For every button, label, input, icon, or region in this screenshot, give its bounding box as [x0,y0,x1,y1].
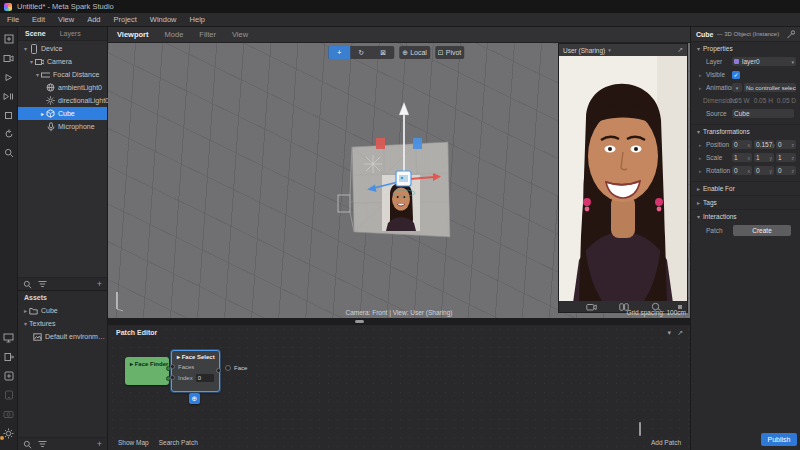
preview-source-label[interactable]: User (Sharing) [563,47,605,54]
restart-icon[interactable] [3,128,15,140]
patch-connector-icon[interactable]: ▸ [699,85,706,91]
caret-down-icon[interactable]: ▾ [22,45,29,52]
camera-preview-header[interactable]: User (Sharing) ▾ ↗ [559,44,687,56]
show-map-button[interactable]: Show Map [118,439,149,446]
pivot-button[interactable]: ⊡ Pivot [435,46,464,59]
viewport-menu-viewport[interactable]: Viewport [117,30,149,39]
rotation-y-field[interactable]: 0y [754,166,774,175]
export-icon[interactable] [3,332,15,344]
add-object-icon[interactable] [3,33,15,45]
rotation-x-field[interactable]: 0x [732,166,752,175]
position-z-field[interactable]: 0z [776,140,796,149]
send-to-device-icon[interactable] [3,351,15,363]
section-properties[interactable]: ▾ Properties [691,42,800,55]
source-field[interactable]: Cube [732,109,794,118]
viewport-menu-view[interactable]: View [232,30,248,39]
patch-connector-icon[interactable]: ▸ [699,72,706,78]
asset-item-default-environment[interactable]: Default environment textu... [18,330,107,343]
output-port-face[interactable] [216,368,221,373]
patch-connector-icon[interactable]: ▸ [699,168,706,174]
menu-edit[interactable]: Edit [32,15,45,24]
section-transformations[interactable]: ▾ Transformations [691,124,800,138]
patch-connector-icon[interactable]: ▸ [699,155,706,161]
rotation-z-field[interactable]: 0z [776,166,796,175]
animation-controller-dropdown[interactable]: No controller select... [744,83,796,92]
input-port-faces[interactable] [170,364,175,369]
caret-down-icon[interactable]: ▾ [28,58,35,65]
position-y-field[interactable]: 0.157y [754,140,774,149]
menu-file[interactable]: File [7,15,19,24]
tab-layers[interactable]: Layers [53,30,88,37]
add-patch-button[interactable]: Add Patch [651,439,681,446]
filter-icon[interactable] [38,440,47,448]
add-asset-button[interactable]: + [97,439,102,449]
section-interactions[interactable]: ▾ Interactions [691,209,800,223]
patch-info-badge[interactable]: ⊕ [189,393,200,404]
playback-clips-icon[interactable] [3,90,15,102]
patch-node-face-select[interactable]: ▸ Face Select Faces Index 0 [171,350,220,392]
menu-add[interactable]: Add [87,15,100,24]
patch-editor[interactable]: Patch Editor ▾ ↗ ▸ Face Finder ▸ Face Se… [108,325,690,450]
tree-item-focal-distance[interactable]: ▾ Focal Distance [18,68,107,81]
panel-resize-divider[interactable] [108,318,690,325]
create-patch-button[interactable]: Create [733,225,791,236]
tree-item-ambient-light[interactable]: ambientLight0 [18,81,107,94]
scale-tool-button[interactable]: ⊠ [372,46,394,59]
tree-item-microphone[interactable]: Microphone [18,120,107,133]
menu-project[interactable]: Project [114,15,137,24]
index-value-field[interactable]: 0 [196,374,214,382]
asset-item-cube[interactable]: ▸ Cube [18,304,107,317]
publish-button[interactable]: Publish [761,433,797,446]
menu-help[interactable]: Help [190,15,205,24]
tree-item-camera[interactable]: ▾ Camera [18,55,107,68]
expand-panel-icon[interactable]: ↗ [677,329,683,337]
patch-connector-icon[interactable]: ▸ [699,142,706,148]
tree-item-directional-light[interactable]: directionalLight0 [18,94,107,107]
stop-icon[interactable] [3,109,15,121]
search-scene-icon[interactable] [3,147,15,159]
scale-z-field[interactable]: 1z [776,153,796,162]
test-device-icon[interactable] [3,389,15,401]
play-icon[interactable] [3,71,15,83]
caret-right-icon[interactable]: ▸ [39,110,46,117]
patch-node-face-finder[interactable]: ▸ Face Finder [125,357,169,385]
position-x-field[interactable]: 0x [732,140,752,149]
section-enable-for[interactable]: ▸ Enable For [691,181,800,195]
viewport-menu-mode[interactable]: Mode [165,30,184,39]
patch-editor-scrollbar[interactable] [639,422,641,436]
input-port-index[interactable] [170,375,175,380]
asset-item-textures[interactable]: ▾ Textures [18,317,107,330]
camera-view-icon[interactable] [3,52,15,64]
local-space-button[interactable]: ⊕ Local [399,46,430,59]
divider-handle[interactable] [355,320,364,323]
filter-icon[interactable] [38,280,47,288]
viewport-canvas[interactable]: + ↻ ⊠ ⊕ Local ⊡ Pivot User (Sharing) [108,43,690,318]
scale-y-field[interactable]: 1y [754,153,774,162]
tree-item-cube[interactable]: ▸ Cube [18,107,107,120]
tree-item-device[interactable]: ▾ Device [18,42,107,55]
menu-window[interactable]: Window [150,15,177,24]
chevron-down-icon[interactable]: ▾ [608,47,611,53]
search-patch-button[interactable]: Search Patch [159,439,198,446]
wrench-icon[interactable] [786,30,795,39]
caret-down-icon[interactable]: ▾ [22,320,29,327]
scale-x-field[interactable]: 1x [732,153,752,162]
caret-down-icon[interactable]: ▾ [34,71,41,78]
video-capture-icon[interactable] [3,408,15,420]
add-scene-object-button[interactable]: + [97,279,102,289]
caret-right-icon[interactable]: ▸ [22,307,29,314]
visible-checkbox[interactable]: ✓ [732,71,740,79]
viewport-menu-filter[interactable]: Filter [199,30,216,39]
animation-mode-dropdown[interactable]: ▾ [732,83,742,92]
layer-dropdown[interactable]: layer0 ▾ [732,57,796,66]
search-icon[interactable] [23,440,32,449]
settings-gear-icon[interactable] [3,427,15,439]
chevron-down-icon[interactable]: ▾ [668,329,672,337]
move-tool-button[interactable]: + [328,46,350,59]
add-block-icon[interactable] [3,370,15,382]
section-tags[interactable]: ▸ Tags [691,195,800,209]
search-icon[interactable] [23,280,32,289]
tab-scene[interactable]: Scene [18,30,53,37]
rotate-tool-button[interactable]: ↻ [350,46,372,59]
popout-icon[interactable]: ↗ [677,46,683,54]
